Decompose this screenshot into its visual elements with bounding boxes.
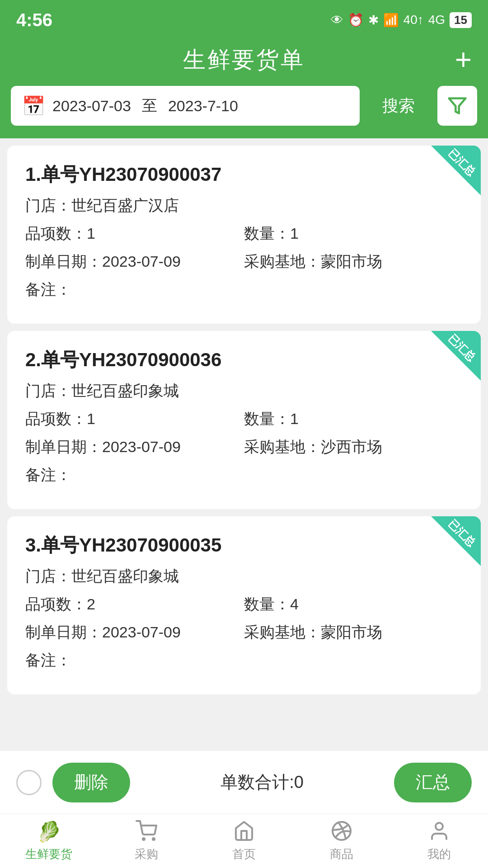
card-store-3: 门店：世纪百盛印象城 [25, 566, 463, 587]
card-title-3: 3.单号YH23070900035 [25, 533, 463, 558]
date-separator: 至 [142, 95, 157, 116]
delete-button[interactable]: 删除 [52, 763, 130, 802]
card-date-3: 制单日期：2023-07-09 [25, 622, 244, 643]
signal-icon: 📶 [383, 13, 399, 28]
card-meta-3: 制单日期：2023-07-09 采购基地：蒙阳市场 [25, 622, 463, 643]
card-stats-1: 品项数：1 数量：1 [25, 223, 463, 244]
order-card-1[interactable]: 已汇总 1.单号YH23070900037 门店：世纪百盛广汉店 品项数：1 数… [7, 146, 481, 324]
summary-button[interactable]: 汇总 [394, 763, 472, 802]
nav-item-goods[interactable]: 商品 [293, 814, 390, 868]
status-time: 4:56 [16, 10, 52, 30]
card-base-3: 采购基地：蒙阳市场 [244, 622, 463, 643]
fresh-icon: 🥬 [37, 820, 61, 844]
card-title-1: 1.单号YH23070900037 [25, 162, 463, 187]
card-remark-1: 备注： [25, 279, 463, 300]
svg-marker-0 [449, 99, 466, 113]
card-item-count-3: 品项数：2 [25, 594, 244, 615]
card-item-count-2: 品项数：1 [25, 409, 244, 429]
add-button[interactable]: + [455, 45, 472, 74]
calendar-icon: 📅 [22, 95, 45, 117]
card-meta-2: 制单日期：2023-07-09 采购基地：沙西市场 [25, 437, 463, 458]
user-icon [428, 820, 450, 844]
card-meta-1: 制单日期：2023-07-09 采购基地：蒙阳市场 [25, 251, 463, 272]
card-quantity-3: 数量：4 [244, 594, 463, 615]
order-card-2[interactable]: 已汇总 2.单号YH23070900036 门店：世纪百盛印象城 品项数：1 数… [7, 331, 481, 509]
nav-label-goods: 商品 [330, 846, 353, 862]
nav-label-fresh: 生鲜要货 [25, 846, 72, 862]
goods-icon [331, 820, 352, 844]
battery-indicator: 15 [450, 12, 472, 28]
filter-icon [447, 96, 467, 116]
cart-icon [136, 820, 157, 844]
card-stats-2: 品项数：1 数量：1 [25, 409, 463, 429]
card-date-1: 制单日期：2023-07-09 [25, 251, 244, 272]
date-to: 2023-7-10 [168, 97, 238, 115]
card-base-2: 采购基地：沙西市场 [244, 437, 463, 458]
page-header: 生鲜要货单 + [0, 36, 488, 86]
card-badge-3: 已汇总 [431, 516, 481, 566]
order-count: 单数合计:0 [141, 771, 383, 794]
bottom-navigation: 🥬 生鲜要货 采购 首页 商品 [0, 814, 488, 868]
badge-text-1: 已汇总 [444, 146, 479, 181]
status-icons: 👁 ⏰ ✱ 📶 40↑ 4G 15 [331, 12, 472, 28]
card-date-2: 制单日期：2023-07-09 [25, 437, 244, 458]
eye-icon: 👁 [331, 13, 343, 28]
select-all-checkbox[interactable] [16, 770, 42, 795]
badge-text-2: 已汇总 [444, 331, 479, 366]
card-base-1: 采购基地：蒙阳市场 [244, 251, 463, 272]
action-bar: 删除 单数合计:0 汇总 [0, 750, 488, 814]
nav-item-fresh[interactable]: 🥬 生鲜要货 [0, 814, 98, 868]
card-badge-1: 已汇总 [431, 146, 481, 195]
nav-item-home[interactable]: 首页 [195, 814, 293, 868]
nav-label-me: 我的 [427, 846, 451, 862]
network-icon: 4G [428, 13, 445, 27]
alarm-icon: ⏰ [348, 13, 364, 28]
bluetooth-icon: ✱ [368, 13, 379, 28]
svg-point-1 [143, 838, 145, 840]
nav-label-purchase: 采购 [135, 846, 158, 862]
home-icon [233, 820, 255, 844]
order-list: 已汇总 1.单号YH23070900037 门店：世纪百盛广汉店 品项数：1 数… [0, 138, 488, 750]
card-item-count-1: 品项数：1 [25, 223, 244, 244]
card-store-1: 门店：世纪百盛广汉店 [25, 195, 463, 216]
card-quantity-1: 数量：1 [244, 223, 463, 244]
svg-point-4 [436, 823, 443, 830]
card-stats-3: 品项数：2 数量：4 [25, 594, 463, 615]
nav-item-me[interactable]: 我的 [390, 814, 488, 868]
nav-label-home: 首页 [232, 846, 256, 862]
filter-button[interactable] [437, 86, 477, 126]
card-quantity-2: 数量：1 [244, 409, 463, 429]
date-range-input[interactable]: 📅 2023-07-03 至 2023-7-10 [11, 86, 360, 126]
order-card-3[interactable]: 已汇总 3.单号YH23070900035 门店：世纪百盛印象城 品项数：2 数… [7, 516, 481, 694]
card-remark-2: 备注： [25, 465, 463, 486]
date-from: 2023-07-03 [52, 97, 131, 115]
badge-text-3: 已汇总 [444, 516, 479, 552]
search-bar: 📅 2023-07-03 至 2023-7-10 搜索 [0, 86, 488, 138]
search-button[interactable]: 搜索 [368, 86, 429, 126]
card-remark-3: 备注： [25, 650, 463, 671]
card-badge-2: 已汇总 [431, 331, 481, 381]
svg-point-2 [153, 838, 155, 840]
wifi-icon: 40↑ [404, 13, 424, 27]
card-title-2: 2.单号YH23070900036 [25, 347, 463, 373]
nav-item-purchase[interactable]: 采购 [98, 814, 195, 868]
card-store-2: 门店：世纪百盛印象城 [25, 381, 463, 401]
page-title: 生鲜要货单 [183, 45, 305, 75]
status-bar: 4:56 👁 ⏰ ✱ 📶 40↑ 4G 15 [0, 0, 488, 36]
